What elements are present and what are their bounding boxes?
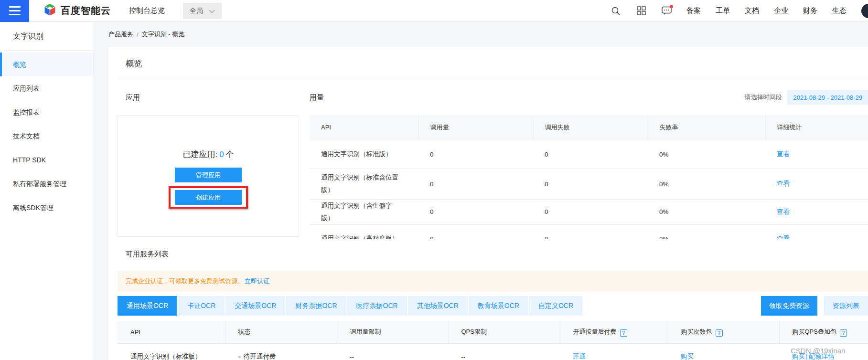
usage-failed: 0 [533,169,648,199]
usage-table: API 调用量 调用失败 失败率 详细统计 通用文字识别（标准版） [310,115,868,239]
nav-item-beian[interactable]: 备案 [686,6,701,15]
help-icon[interactable]: ? [840,329,847,337]
sidebar-item-tech-doc[interactable]: 技术文档 [0,124,94,148]
scope-value: 全局 [190,7,203,15]
sidebar-item-offline-sdk[interactable]: 离线SDK管理 [0,196,94,220]
created-app-count-unit: 个 [226,150,234,159]
usage-failed: 0 [533,140,648,169]
certification-notice: 完成企业认证，可领取更多免费测试资源。立即认证 [118,271,868,292]
breadcrumb-current: 文字识别 - 概览 [142,30,185,39]
region-scope-select[interactable]: 全局 [183,3,222,19]
buy-qps-pack-link[interactable]: 购买 [792,353,805,360]
created-app-count-label: 已建应用: [182,150,217,159]
date-range-picker[interactable]: 2021-08-29 - 2021-08-29 [787,90,868,105]
sidebar-item-monitor-report[interactable]: 监控报表 [0,100,94,124]
usage-api-name: 通用文字识别（标准版） [310,140,418,169]
nav-item-wendang[interactable]: 文档 [745,6,759,15]
usage-api-name: 通用文字识别（标准含位置版） [310,169,418,199]
console-overview-link[interactable]: 控制台总览 [129,6,165,15]
services-table-header: API 状态 调用量限制 QPS限制 开通按量后付费? 购买次数包? 购买QPS… [118,321,868,343]
svc-quota-limit: -- [337,343,448,360]
nav-item-qiye[interactable]: 企业 [774,6,788,15]
usage-row-standard: 通用文字识别（标准版） 0 0 0% 查看 [310,140,868,169]
create-app-button[interactable]: 创建应用 [175,190,242,205]
link-separator: | [805,353,809,360]
svc-col-postpaid: 开通按量后付费? [560,321,668,343]
svc-qps-limit: -- [448,343,560,360]
chevron-down-icon [209,7,215,15]
svc-col-buy-count-label: 购买次数包 [681,328,712,335]
claim-free-resources-button[interactable]: 领取免费资源 [761,296,817,316]
activate-link[interactable]: 开通 [573,353,586,360]
svc-status: ●待开通付费 [225,343,337,360]
hamburger-menu-icon[interactable] [0,0,29,22]
app-section-heading: 应用 [118,93,299,102]
highlight-red-frame: 创建应用 [169,186,248,209]
sidebar-item-http-sdk[interactable]: HTTP SDK [0,148,94,172]
app-box: 已建应用:0个 管理应用 创建应用 [118,115,299,237]
sidebar-item-private-deploy[interactable]: 私有部署服务管理 [0,172,94,196]
main-layout: 文字识别 概览 应用列表 监控报表 技术文档 HTTP SDK 私有部署服务管理… [0,22,868,360]
svc-col-status: 状态 [225,321,337,343]
tab-other-ocr[interactable]: 其他场景OCR [408,296,468,316]
user-avatar[interactable] [861,4,868,18]
help-icon[interactable]: ? [716,329,723,337]
overview-card: 概览 应用 已建应用:0个 管理应用 创建应用 [108,47,868,360]
nav-item-gongdan[interactable]: 工单 [716,6,730,15]
sidebar-item-app-list[interactable]: 应用列表 [0,76,94,100]
usage-fail-rate: 0% [648,140,765,169]
resource-list-button[interactable]: 资源列表 [824,296,868,316]
usage-calls: 0 [418,199,533,224]
tab-card-ocr[interactable]: 卡证OCR [178,296,225,316]
page-title: 概览 [118,47,868,78]
certify-now-link[interactable]: 立即认证 [245,277,269,285]
navbar-right: 备案 工单 文档 企业 财务 生态 [611,4,868,18]
notification-dot [670,5,673,8]
usage-row-high-precision: 通用文字识别（高精度版） 0 0 0% 查看 [310,224,868,239]
usage-api-name: 通用文字识别（高精度版） [310,224,418,239]
sidebar-item-overview[interactable]: 概览 [0,53,94,76]
notice-text: 完成企业认证，可领取更多免费测试资源。 [126,277,244,285]
tab-medical-ocr[interactable]: 医疗票据OCR [347,296,407,316]
tab-education-ocr[interactable]: 教育场景OCR [469,296,528,316]
usage-header-row: 用量 请选择时间段 2021-08-29 - 2021-08-29 [310,93,868,102]
service-tabs: 通用场景OCR 卡证OCR 交通场景OCR 财务票据OCR 医疗票据OCR 其他… [118,296,868,316]
time-range-label: 请选择时间段 [744,93,782,102]
view-detail-link[interactable]: 查看 [777,150,790,158]
svc-col-buy-qps-pack: 购买QPS叠加包? [779,321,868,343]
view-detail-link[interactable]: 查看 [777,235,790,239]
nav-item-shengtai[interactable]: 生态 [832,6,847,15]
top-sections: 应用 已建应用:0个 管理应用 创建应用 用量 请选择时间段 [118,78,868,239]
usage-col-detail: 详细统计 [765,115,868,140]
tab-custom-ocr[interactable]: 自定义OCR [529,296,582,316]
buy-count-pack-link[interactable]: 购买 [681,353,694,360]
sidebar-menu: 概览 应用列表 监控报表 技术文档 HTTP SDK 私有部署服务管理 离线SD… [0,51,94,220]
services-table-container: API 状态 调用量限制 QPS限制 开通按量后付费? 购买次数包? 购买QPS… [118,321,868,360]
view-detail-link[interactable]: 查看 [777,180,790,187]
usage-col-api: API [310,115,418,140]
breadcrumb-separator: / [137,31,139,38]
svc-col-api: API [118,321,225,343]
nav-item-caiwu[interactable]: 财务 [803,6,817,15]
search-icon[interactable] [611,6,621,16]
svc-col-buy-qps-label: 购买QPS叠加包 [793,328,836,335]
tab-general-ocr[interactable]: 通用场景OCR [118,296,177,316]
svc-col-buy-count-pack: 购买次数包? [668,321,779,343]
usage-calls: 0 [418,224,533,239]
messages-icon[interactable] [661,6,672,16]
apps-grid-icon[interactable] [636,6,646,16]
breadcrumb-product-services[interactable]: 产品服务 [108,30,133,39]
usage-col-failed: 调用失败 [533,115,648,140]
baidu-cloud-cube-icon [43,3,56,19]
usage-col-fail-rate: 失败率 [648,115,765,140]
brand-logo[interactable]: 百度智能云 [43,3,111,19]
usage-fail-rate: 0% [648,199,765,224]
tab-finance-ocr[interactable]: 财务票据OCR [286,296,346,316]
help-icon[interactable]: ? [620,329,627,337]
usage-calls: 0 [418,169,533,199]
tab-traffic-ocr[interactable]: 交通场景OCR [225,296,285,316]
manage-app-button[interactable]: 管理应用 [175,168,242,182]
quota-detail-link[interactable]: 配额详情 [809,353,835,360]
usage-table-header: API 调用量 调用失败 失败率 详细统计 [310,115,868,140]
view-detail-link[interactable]: 查看 [777,208,790,215]
